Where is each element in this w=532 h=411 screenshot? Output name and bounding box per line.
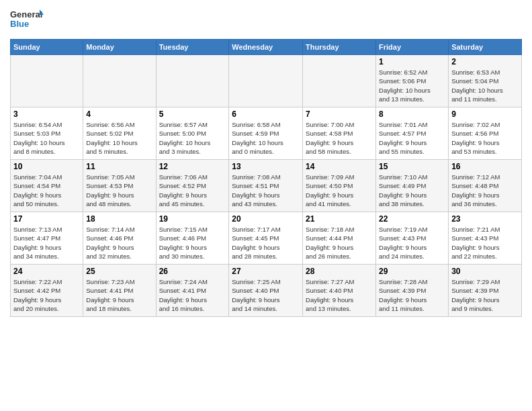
- day-info: Sunrise: 7:02 AM Sunset: 4:56 PM Dayligh…: [451, 120, 519, 156]
- day-number: 14: [306, 162, 373, 171]
- svg-text:Blue: Blue: [10, 19, 29, 29]
- day-info: Sunrise: 7:17 AM Sunset: 4:45 PM Dayligh…: [232, 225, 300, 261]
- day-number: 15: [379, 162, 445, 171]
- day-info: Sunrise: 7:08 AM Sunset: 4:51 PM Dayligh…: [232, 173, 300, 208]
- header-row: SundayMondayTuesdayWednesdayThursdayFrid…: [11, 40, 522, 55]
- day-number: 18: [86, 214, 152, 224]
- weekday-header: Sunday: [11, 40, 83, 55]
- day-number: 1: [379, 57, 445, 66]
- calendar-cell: 16Sunrise: 7:12 AM Sunset: 4:48 PM Dayli…: [449, 160, 522, 212]
- calendar-cell: 6Sunrise: 6:58 AM Sunset: 4:59 PM Daylig…: [229, 107, 303, 160]
- day-number: 28: [306, 267, 373, 276]
- calendar-table: SundayMondayTuesdayWednesdayThursdayFrid…: [10, 39, 522, 317]
- day-info: Sunrise: 7:21 AM Sunset: 4:43 PM Dayligh…: [451, 225, 519, 261]
- calendar-cell: [229, 55, 303, 107]
- day-number: 20: [232, 214, 300, 224]
- header: General Blue: [10, 7, 522, 34]
- calendar-week-row: 3Sunrise: 6:54 AM Sunset: 5:03 PM Daylig…: [11, 107, 522, 160]
- day-info: Sunrise: 7:06 AM Sunset: 4:52 PM Dayligh…: [159, 173, 226, 208]
- day-info: Sunrise: 7:12 AM Sunset: 4:48 PM Dayligh…: [451, 173, 519, 208]
- day-info: Sunrise: 7:01 AM Sunset: 4:57 PM Dayligh…: [379, 120, 445, 156]
- day-info: Sunrise: 6:58 AM Sunset: 4:59 PM Dayligh…: [232, 120, 300, 156]
- day-number: 30: [451, 267, 519, 276]
- calendar-cell: [156, 55, 229, 107]
- calendar-cell: 14Sunrise: 7:09 AM Sunset: 4:50 PM Dayli…: [303, 160, 376, 212]
- day-number: 3: [13, 109, 80, 119]
- day-number: 5: [159, 109, 226, 119]
- day-number: 11: [86, 162, 152, 171]
- weekday-header: Saturday: [449, 40, 522, 55]
- day-info: Sunrise: 7:25 AM Sunset: 4:40 PM Dayligh…: [232, 277, 300, 313]
- calendar-cell: 5Sunrise: 6:57 AM Sunset: 5:00 PM Daylig…: [156, 107, 229, 160]
- day-number: 21: [306, 214, 373, 224]
- day-number: 17: [13, 214, 80, 224]
- day-info: Sunrise: 7:18 AM Sunset: 4:44 PM Dayligh…: [306, 225, 373, 261]
- calendar-cell: 8Sunrise: 7:01 AM Sunset: 4:57 PM Daylig…: [376, 107, 449, 160]
- calendar-cell: 2Sunrise: 6:53 AM Sunset: 5:04 PM Daylig…: [449, 55, 522, 107]
- weekday-header: Monday: [83, 40, 156, 55]
- day-number: 29: [379, 267, 445, 276]
- day-number: 25: [86, 267, 152, 276]
- calendar-cell: 11Sunrise: 7:05 AM Sunset: 4:53 PM Dayli…: [83, 160, 156, 212]
- day-info: Sunrise: 7:13 AM Sunset: 4:47 PM Dayligh…: [13, 225, 80, 261]
- calendar-week-row: 1Sunrise: 6:52 AM Sunset: 5:06 PM Daylig…: [11, 55, 522, 107]
- calendar-cell: 4Sunrise: 6:56 AM Sunset: 5:02 PM Daylig…: [83, 107, 156, 160]
- day-info: Sunrise: 7:00 AM Sunset: 4:58 PM Dayligh…: [306, 120, 373, 156]
- day-info: Sunrise: 6:54 AM Sunset: 5:03 PM Dayligh…: [13, 120, 80, 156]
- calendar-cell: 22Sunrise: 7:19 AM Sunset: 4:43 PM Dayli…: [376, 212, 449, 265]
- day-number: 26: [159, 267, 226, 276]
- svg-text:General: General: [10, 9, 42, 19]
- calendar-cell: 30Sunrise: 7:29 AM Sunset: 4:39 PM Dayli…: [449, 265, 522, 317]
- day-info: Sunrise: 7:14 AM Sunset: 4:46 PM Dayligh…: [86, 225, 152, 261]
- day-info: Sunrise: 6:53 AM Sunset: 5:04 PM Dayligh…: [451, 68, 519, 103]
- weekday-header: Friday: [376, 40, 449, 55]
- day-info: Sunrise: 7:24 AM Sunset: 4:41 PM Dayligh…: [159, 277, 226, 313]
- calendar-cell: 23Sunrise: 7:21 AM Sunset: 4:43 PM Dayli…: [449, 212, 522, 265]
- calendar-cell: 25Sunrise: 7:23 AM Sunset: 4:41 PM Dayli…: [83, 265, 156, 317]
- day-number: 7: [306, 109, 373, 119]
- day-info: Sunrise: 7:04 AM Sunset: 4:54 PM Dayligh…: [13, 173, 80, 208]
- calendar-cell: 28Sunrise: 7:27 AM Sunset: 4:40 PM Dayli…: [303, 265, 376, 317]
- calendar-cell: 27Sunrise: 7:25 AM Sunset: 4:40 PM Dayli…: [229, 265, 303, 317]
- day-number: 27: [232, 267, 300, 276]
- day-number: 10: [13, 162, 80, 171]
- day-number: 2: [451, 57, 519, 66]
- calendar-cell: 10Sunrise: 7:04 AM Sunset: 4:54 PM Dayli…: [11, 160, 83, 212]
- calendar-week-row: 10Sunrise: 7:04 AM Sunset: 4:54 PM Dayli…: [11, 160, 522, 212]
- calendar-cell: 15Sunrise: 7:10 AM Sunset: 4:49 PM Dayli…: [376, 160, 449, 212]
- day-info: Sunrise: 7:22 AM Sunset: 4:42 PM Dayligh…: [13, 277, 80, 313]
- calendar-cell: 19Sunrise: 7:15 AM Sunset: 4:46 PM Dayli…: [156, 212, 229, 265]
- day-info: Sunrise: 6:52 AM Sunset: 5:06 PM Dayligh…: [379, 68, 445, 103]
- calendar-cell: 26Sunrise: 7:24 AM Sunset: 4:41 PM Dayli…: [156, 265, 229, 317]
- weekday-header: Wednesday: [229, 40, 303, 55]
- day-info: Sunrise: 7:10 AM Sunset: 4:49 PM Dayligh…: [379, 173, 445, 208]
- day-number: 9: [451, 109, 519, 119]
- page-container: General Blue SundayMondayTuesdayWednesda…: [0, 0, 532, 324]
- day-number: 6: [232, 109, 300, 119]
- day-number: 23: [451, 214, 519, 224]
- day-number: 24: [13, 267, 80, 276]
- logo-svg: General Blue: [10, 7, 44, 34]
- calendar-cell: 1Sunrise: 6:52 AM Sunset: 5:06 PM Daylig…: [376, 55, 449, 107]
- day-number: 13: [232, 162, 300, 171]
- day-number: 16: [451, 162, 519, 171]
- day-info: Sunrise: 6:57 AM Sunset: 5:00 PM Dayligh…: [159, 120, 226, 156]
- calendar-cell: 18Sunrise: 7:14 AM Sunset: 4:46 PM Dayli…: [83, 212, 156, 265]
- day-number: 22: [379, 214, 445, 224]
- day-number: 8: [379, 109, 445, 119]
- calendar-cell: [11, 55, 83, 107]
- calendar-cell: [303, 55, 376, 107]
- calendar-cell: [83, 55, 156, 107]
- calendar-week-row: 17Sunrise: 7:13 AM Sunset: 4:47 PM Dayli…: [11, 212, 522, 265]
- day-info: Sunrise: 7:19 AM Sunset: 4:43 PM Dayligh…: [379, 225, 445, 261]
- day-info: Sunrise: 7:15 AM Sunset: 4:46 PM Dayligh…: [159, 225, 226, 261]
- day-info: Sunrise: 7:27 AM Sunset: 4:40 PM Dayligh…: [306, 277, 373, 313]
- day-number: 12: [159, 162, 226, 171]
- day-info: Sunrise: 7:23 AM Sunset: 4:41 PM Dayligh…: [86, 277, 152, 313]
- calendar-cell: 7Sunrise: 7:00 AM Sunset: 4:58 PM Daylig…: [303, 107, 376, 160]
- weekday-header: Thursday: [303, 40, 376, 55]
- calendar-cell: 12Sunrise: 7:06 AM Sunset: 4:52 PM Dayli…: [156, 160, 229, 212]
- day-number: 4: [86, 109, 152, 119]
- day-number: 19: [159, 214, 226, 224]
- day-info: Sunrise: 6:56 AM Sunset: 5:02 PM Dayligh…: [86, 120, 152, 156]
